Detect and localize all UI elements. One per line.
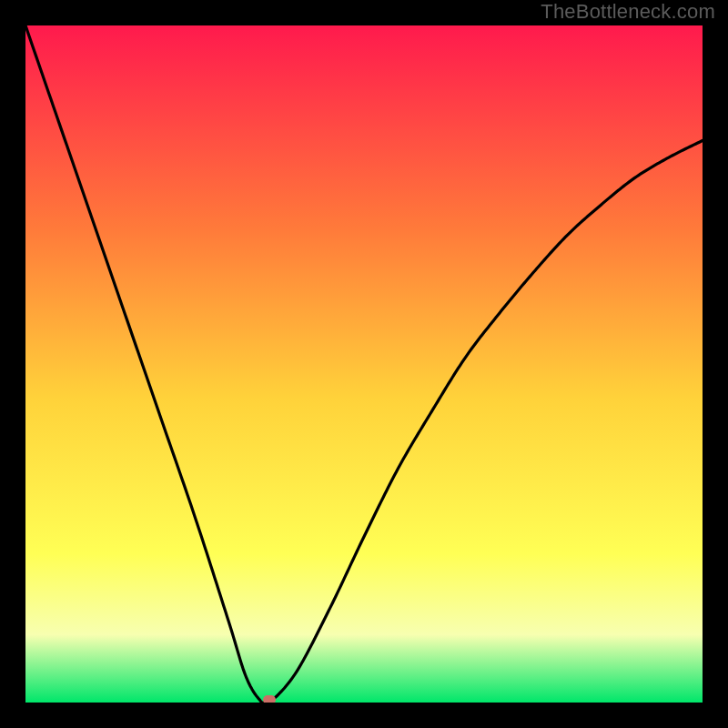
minimum-marker: [263, 695, 276, 703]
bottleneck-curve: [25, 25, 703, 703]
plot-area: [25, 25, 703, 703]
curve-path: [25, 25, 703, 703]
outer-frame: TheBottleneck.com: [0, 0, 728, 728]
watermark-text: TheBottleneck.com: [541, 0, 715, 24]
